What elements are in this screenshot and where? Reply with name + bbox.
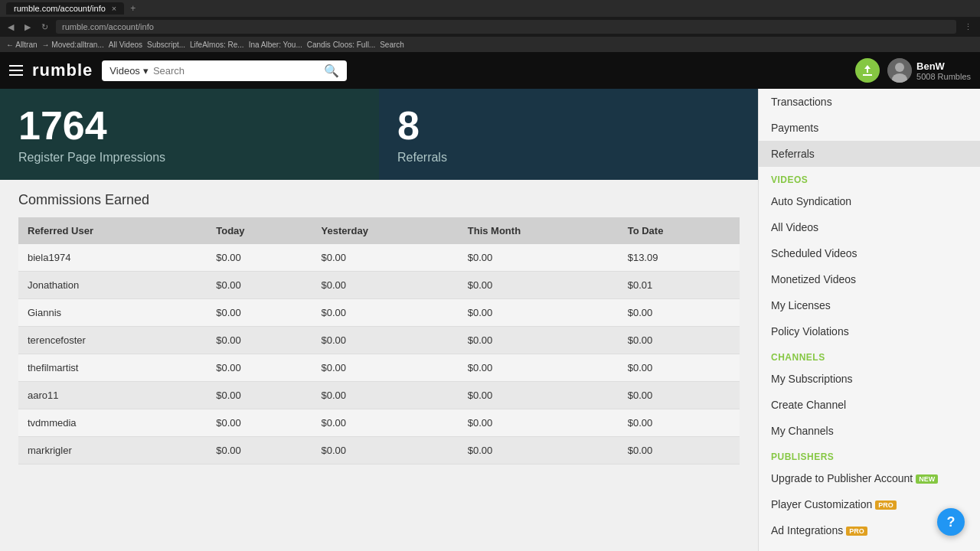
hamburger-menu[interactable] <box>9 65 23 76</box>
cell-yesterday: $0.00 <box>312 272 459 299</box>
bookmark-4[interactable]: Subscript... <box>147 41 185 49</box>
cell-this_month: $0.00 <box>459 437 619 465</box>
new-badge: NEW <box>916 474 938 484</box>
bookmark-5[interactable]: LifeAlmos: Re... <box>190 41 244 49</box>
cell-today: $0.00 <box>207 409 312 437</box>
sidebar-item-all-videos[interactable]: All Videos <box>759 214 980 240</box>
svg-point-2 <box>895 63 904 72</box>
sidebar-item-create-channel[interactable]: Create Channel <box>759 392 980 418</box>
cell-yesterday: $0.00 <box>312 327 459 354</box>
cell-this_month: $0.00 <box>459 299 619 327</box>
new-tab-icon[interactable]: + <box>130 3 136 14</box>
sidebar-item-transactions[interactable]: Transactions <box>759 89 980 115</box>
sidebar-item-upgrade-publisher[interactable]: Upgrade to Publisher AccountNEW <box>759 465 980 491</box>
bookmark-7[interactable]: Candis Cloos: Full... <box>307 41 375 49</box>
settings-button[interactable]: ⋮ <box>961 21 975 34</box>
col-this-month: This Month <box>459 217 619 244</box>
cell-this_month: $0.00 <box>459 382 619 409</box>
search-type-label: Videos <box>109 65 140 77</box>
sidebar-item-scheduled-videos[interactable]: Scheduled Videos <box>759 240 980 266</box>
cell-to_date: $0.00 <box>619 382 740 409</box>
cell-to_date: $13.09 <box>619 244 740 272</box>
sidebar-item-payments[interactable]: Payments <box>759 115 980 141</box>
table-header-row: Referred User Today Yesterday This Month… <box>18 217 740 244</box>
cell-this_month: $0.00 <box>459 354 619 382</box>
cell-this_month: $0.00 <box>459 244 619 272</box>
commissions-section: Commissions Earned Referred User Today Y… <box>0 180 758 465</box>
back-button[interactable]: ◀ <box>5 21 17 34</box>
cell-today: $0.00 <box>207 244 312 272</box>
col-to-date: To Date <box>619 217 740 244</box>
sidebar-item-auto-syndication[interactable]: Auto Syndication <box>759 188 980 214</box>
tab-close-icon[interactable]: × <box>112 4 116 13</box>
sidebar-section-videos-section: VIDEOS <box>759 167 980 188</box>
cell-to_date: $0.00 <box>619 409 740 437</box>
cell-today: $0.00 <box>207 354 312 382</box>
table-row: thefilmartist$0.00$0.00$0.00$0.00 <box>18 354 740 382</box>
search-icon[interactable]: 🔍 <box>324 64 339 78</box>
referrals-card: 8 Referrals <box>379 89 758 180</box>
browser-nav-bar: ◀ ▶ ↻ rumble.com/account/info ⋮ <box>0 17 980 37</box>
refresh-button[interactable]: ↻ <box>38 21 51 34</box>
bookmark-search[interactable]: Search <box>380 41 404 49</box>
main-content: 1764 Register Page Impressions 8 Referra… <box>0 89 758 551</box>
upload-button[interactable] <box>855 58 880 83</box>
bookmark-1[interactable]: ← Alltran <box>6 41 38 49</box>
sidebar-item-monetized-videos[interactable]: Monetized Videos <box>759 266 980 292</box>
cell-today: $0.00 <box>207 382 312 409</box>
cell-user: markrigler <box>18 437 207 465</box>
address-bar[interactable]: rumble.com/account/info <box>56 20 956 34</box>
help-button[interactable]: ? <box>937 508 965 536</box>
header-right: BenW 5008 Rumbles <box>855 58 971 83</box>
sidebar: TransactionsPaymentsReferralsVIDEOSAuto … <box>758 89 980 551</box>
browser-tab-bar: rumble.com/account/info × + <box>0 0 980 17</box>
commissions-title: Commissions Earned <box>18 192 740 208</box>
cell-yesterday: $0.00 <box>312 244 459 272</box>
register-impressions-number: 1764 <box>18 104 361 148</box>
sidebar-item-my-licenses[interactable]: My Licenses <box>759 292 980 318</box>
stats-row: 1764 Register Page Impressions 8 Referra… <box>0 89 758 180</box>
cell-to_date: $0.00 <box>619 354 740 382</box>
rumbles-count: 5008 Rumbles <box>916 72 971 81</box>
cell-to_date: $0.01 <box>619 272 740 299</box>
cell-to_date: $0.00 <box>619 327 740 354</box>
active-tab[interactable]: rumble.com/account/info × <box>6 2 124 15</box>
main-header: rumble Videos ▾ 🔍 BenW 5008 Rumbles <box>0 52 980 89</box>
table-row: aaro11$0.00$0.00$0.00$0.00 <box>18 382 740 409</box>
col-yesterday: Yesterday <box>312 217 459 244</box>
cell-yesterday: $0.00 <box>312 437 459 465</box>
pro-badge: PRO <box>875 500 897 510</box>
cell-user: Giannis <box>18 299 207 327</box>
table-row: tvdmmedia$0.00$0.00$0.00$0.00 <box>18 409 740 437</box>
username: BenW <box>916 60 971 72</box>
cell-today: $0.00 <box>207 437 312 465</box>
col-referred-user: Referred User <box>18 217 207 244</box>
user-details: BenW 5008 Rumbles <box>916 60 971 81</box>
page-layout: 1764 Register Page Impressions 8 Referra… <box>0 89 980 551</box>
sidebar-section-channels-section: CHANNELS <box>759 344 980 366</box>
sidebar-item-policy-violations[interactable]: Policy Violations <box>759 318 980 344</box>
sidebar-item-my-subscriptions[interactable]: My Subscriptions <box>759 366 980 392</box>
search-type-dropdown[interactable]: Videos ▾ <box>109 65 149 77</box>
table-row: Giannis$0.00$0.00$0.00$0.00 <box>18 299 740 327</box>
bookmark-3[interactable]: All Videos <box>109 41 142 49</box>
avatar <box>887 58 912 83</box>
sidebar-item-referrals[interactable]: Referrals <box>759 141 980 167</box>
bookmark-6[interactable]: Ina Alber: You... <box>249 41 302 49</box>
cell-yesterday: $0.00 <box>312 409 459 437</box>
user-menu[interactable]: BenW 5008 Rumbles <box>887 58 971 83</box>
search-input[interactable] <box>153 65 319 77</box>
bookmarks-bar: ← Alltran → Moved:alltran... All Videos … <box>0 37 980 52</box>
sidebar-item-my-channels[interactable]: My Channels <box>759 418 980 444</box>
forward-button[interactable]: ▶ <box>21 21 34 34</box>
referrals-label: Referrals <box>397 151 740 165</box>
rumble-logo: rumble <box>32 60 93 80</box>
table-row: markrigler$0.00$0.00$0.00$0.00 <box>18 437 740 465</box>
referrals-number: 8 <box>397 104 740 148</box>
cell-user: Jonathation <box>18 272 207 299</box>
svg-rect-0 <box>863 74 872 76</box>
register-impressions-card: 1764 Register Page Impressions <box>0 89 379 180</box>
bookmark-2[interactable]: → Moved:alltran... <box>42 41 104 49</box>
table-row: terencefoster$0.00$0.00$0.00$0.00 <box>18 327 740 354</box>
col-today: Today <box>207 217 312 244</box>
